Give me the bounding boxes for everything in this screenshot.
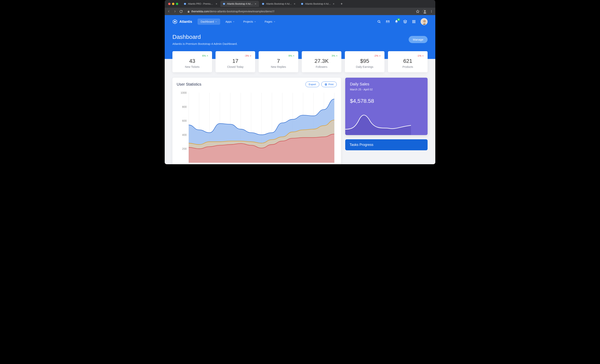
stat-delta: 9% (262, 54, 295, 57)
user-avatar[interactable] (421, 18, 428, 25)
close-tab-icon[interactable]: × (293, 2, 296, 5)
nav-label: Apps (225, 20, 232, 23)
manage-button[interactable]: Manage (409, 36, 428, 43)
stat-card: 9% 7 New Replies (259, 51, 298, 72)
svg-rect-26 (415, 22, 415, 23)
back-button[interactable] (167, 10, 170, 13)
nav-label: Projects (243, 20, 253, 23)
stat-value: 43 (176, 58, 209, 64)
svg-marker-8 (416, 10, 419, 13)
svg-rect-22 (413, 21, 414, 22)
top-nav: Atlantis Dashboard Apps Projects Pages 4 (172, 15, 428, 28)
tab-title: Atlantis Bootstrap 4 Admin Dash (266, 2, 292, 5)
svg-point-11 (431, 10, 432, 11)
search-icon[interactable] (377, 20, 381, 23)
notif-badge: 4 (397, 18, 400, 21)
stat-card: -2% $95 Daily Earnings (345, 51, 384, 72)
tab-bar: Atlantis PRO - Premium Bootstra × Atlant… (165, 0, 435, 8)
profile-button[interactable] (422, 9, 427, 14)
stat-card: 3% 27.3K Followers (302, 51, 341, 72)
favicon-icon (262, 2, 264, 5)
tasks-progress-card: Tasks Progress (345, 139, 428, 150)
svg-point-10 (424, 10, 426, 12)
close-tab-icon[interactable]: × (215, 2, 218, 5)
close-tab-icon[interactable]: × (332, 2, 335, 5)
nav-label: Pages (265, 20, 272, 23)
svg-point-15 (174, 21, 176, 22)
tab-title: Atlantis Bootstrap 4 Admin Dash (227, 2, 253, 5)
daily-sales-title: Daily Sales (350, 82, 423, 86)
nav-dashboard[interactable]: Dashboard (197, 18, 220, 25)
url-field[interactable]: themekita.com/demo-atlantis-bootstrap/li… (185, 9, 413, 14)
svg-point-5 (263, 3, 263, 4)
stat-label: Daily Earnings (348, 65, 381, 68)
print-button[interactable]: Print (321, 82, 337, 87)
bell-icon[interactable]: 4 (395, 20, 398, 23)
window-controls (167, 3, 180, 5)
svg-rect-20 (415, 20, 415, 21)
svg-text:600: 600 (182, 119, 187, 122)
stat-label: New Replies (262, 65, 295, 68)
svg-point-13 (431, 12, 432, 13)
url-text: themekita.com/demo-atlantis-bootstrap/li… (191, 10, 274, 13)
layers-icon[interactable] (403, 20, 407, 24)
svg-point-12 (431, 11, 432, 12)
brand-logo-icon (172, 19, 178, 24)
print-icon (325, 83, 327, 86)
brand[interactable]: Atlantis (172, 19, 192, 24)
svg-rect-23 (415, 21, 415, 22)
mail-icon[interactable] (386, 20, 390, 24)
new-tab-button[interactable]: + (339, 1, 345, 7)
forward-button[interactable] (173, 10, 177, 13)
favicon-icon (223, 2, 225, 5)
svg-text:1000: 1000 (180, 91, 187, 94)
chevron-down-icon (233, 21, 235, 23)
daily-sales-range: March 25 - April 02 (350, 88, 423, 91)
stat-card: -1% 621 Products (388, 51, 428, 72)
nav-label: Dashboard (201, 20, 214, 23)
menu-icon[interactable] (430, 10, 433, 13)
favicon-icon (301, 2, 303, 5)
stat-delta: -3% (219, 54, 252, 57)
svg-rect-18 (412, 20, 413, 21)
tasks-title: Tasks Progress (349, 143, 373, 147)
chevron-down-icon (273, 21, 275, 23)
tab-title: Atlantis PRO - Premium Bootstra (188, 2, 214, 5)
stat-delta: -2% (348, 54, 381, 57)
nav-pages[interactable]: Pages (262, 18, 279, 25)
svg-point-7 (302, 3, 302, 4)
browser-tab[interactable]: Atlantis Bootstrap 4 Admin Dash × (220, 1, 259, 7)
export-button[interactable]: Export (305, 82, 319, 87)
browser-tab[interactable]: Atlantis PRO - Premium Bootstra × (181, 1, 220, 7)
minimize-window[interactable] (172, 3, 174, 5)
close-window[interactable] (168, 3, 170, 5)
stat-value: $95 (348, 58, 381, 64)
stat-card: 6% 43 New Tickets (172, 51, 212, 72)
svg-text:200: 200 (182, 147, 187, 150)
favicon-icon (184, 2, 186, 5)
tab-title: Atlantis Bootstrap 4 Admin Dash (305, 2, 331, 5)
user-stats-chart: 2004006008001000 (177, 90, 337, 164)
reload-button[interactable] (179, 10, 183, 13)
browser-tab[interactable]: Atlantis Bootstrap 4 Admin Dash × (299, 1, 337, 7)
daily-sales-sparkline (345, 108, 411, 135)
page-title: Dashboard (172, 34, 409, 40)
nav-projects[interactable]: Projects (240, 18, 259, 25)
svg-text:800: 800 (182, 105, 187, 108)
maximize-window[interactable] (176, 3, 178, 5)
browser-chrome: Atlantis PRO - Premium Bootstra × Atlant… (165, 0, 435, 15)
svg-point-28 (423, 20, 426, 23)
star-icon[interactable] (416, 10, 420, 13)
daily-sales-value: $4,578.58 (350, 98, 423, 104)
svg-rect-24 (412, 22, 413, 23)
svg-text:400: 400 (182, 133, 187, 136)
stat-value: 7 (262, 58, 295, 64)
close-tab-icon[interactable]: × (254, 2, 257, 5)
svg-rect-21 (412, 21, 413, 22)
grid-icon[interactable] (412, 20, 416, 23)
page-viewport[interactable]: Atlantis Dashboard Apps Projects Pages 4 (165, 15, 435, 164)
stat-value: 27.3K (305, 58, 338, 64)
browser-tab[interactable]: Atlantis Bootstrap 4 Admin Dash × (259, 1, 298, 7)
nav-apps[interactable]: Apps (223, 18, 238, 25)
svg-rect-19 (413, 20, 414, 21)
